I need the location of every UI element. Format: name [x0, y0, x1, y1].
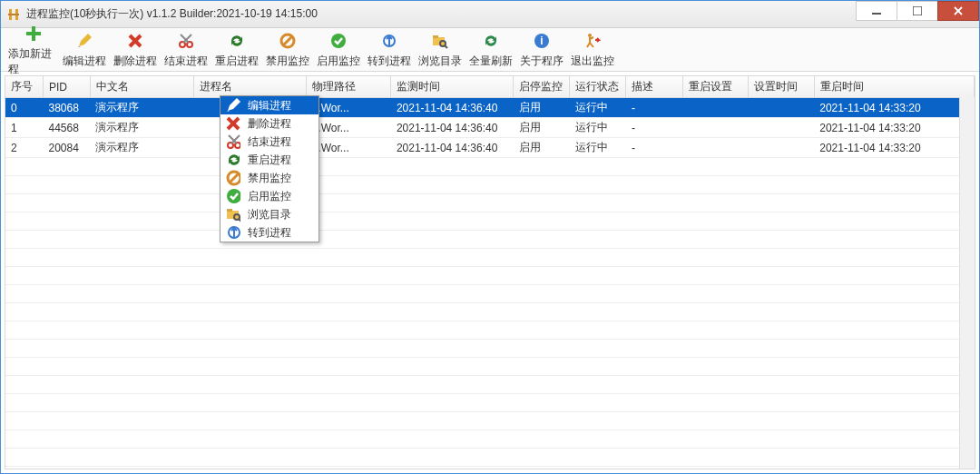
toolbar-item[interactable]: 删除进程 [110, 30, 161, 69]
column-header[interactable]: 重启时间 [814, 76, 974, 98]
empty-row [5, 249, 975, 267]
scissors-icon [175, 30, 197, 52]
window-title: 进程监控(10秒执行一次) v1.1.2 Builder:2021-10-19 … [26, 6, 318, 22]
context-menu-label: 转到进程 [248, 225, 291, 241]
svg-rect-4 [913, 6, 922, 15]
empty-row [5, 376, 975, 394]
column-header[interactable]: 设置时间 [749, 76, 815, 98]
column-header[interactable]: 运行状态 [570, 76, 626, 98]
toolbar-label: 结束进程 [164, 54, 208, 69]
column-header[interactable]: 进程名 [193, 76, 306, 98]
empty-row [5, 449, 975, 467]
context-menu-label: 浏览目录 [248, 207, 291, 222]
context-menu-label: 启用监控 [248, 189, 291, 204]
column-header[interactable]: 监测时间 [391, 76, 514, 98]
refresh-blue-icon [226, 153, 240, 167]
svg-marker-9 [79, 34, 92, 46]
cell-pause: 启用 [514, 98, 570, 118]
svg-marker-33 [228, 98, 240, 111]
empty-row [5, 212, 975, 231]
context-menu-item[interactable]: 结束进程 [220, 133, 318, 151]
context-menu-item[interactable]: 删除进程 [220, 114, 318, 133]
x-red-icon [226, 116, 240, 131]
column-header[interactable]: 物理路径 [307, 76, 391, 98]
toolbar-item[interactable]: 启用监控 [313, 30, 364, 69]
empty-row [5, 467, 975, 470]
context-menu-item[interactable]: 禁用监控 [220, 169, 318, 187]
context-menu-item[interactable]: 转到进程 [220, 223, 318, 242]
column-header[interactable]: 重启设置 [682, 76, 749, 98]
arrow-convert-icon [226, 225, 240, 240]
refresh-all-icon [480, 30, 502, 52]
table-row[interactable]: 144568演示程序...Wor...2021-11-04 14:36:40启用… [5, 118, 975, 138]
toolbar-label: 浏览目录 [418, 54, 462, 69]
toolbar-label: 启用监控 [317, 54, 360, 69]
column-header[interactable]: 启停监控 [514, 76, 570, 98]
context-menu-item[interactable]: 浏览目录 [220, 205, 318, 223]
close-button[interactable] [937, 1, 979, 21]
toolbar-item[interactable]: 全量刷新 [466, 30, 516, 69]
toolbar-item[interactable]: 添加新进程 [8, 23, 59, 77]
scissors-icon [226, 134, 240, 149]
toolbar-label: 重启进程 [215, 54, 259, 69]
process-table[interactable]: 序号PID中文名进程名物理路径监测时间启停监控运行状态描述重启设置设置时间重启时… [5, 76, 975, 469]
toolbar: 添加新进程编辑进程删除进程结束进程重启进程禁用监控启用监控转到进程浏览目录全量刷… [1, 28, 979, 72]
context-menu-label: 禁用监控 [248, 171, 291, 186]
folder-search-icon [429, 30, 451, 52]
toolbar-item[interactable]: i关于程序 [516, 30, 567, 69]
cell-rtime: 2021-11-04 14:33:20 [814, 98, 974, 118]
column-header[interactable]: 描述 [626, 76, 682, 98]
toolbar-label: 添加新进程 [8, 46, 59, 77]
cell-pid: 44568 [43, 118, 90, 138]
toolbar-item[interactable]: 结束进程 [161, 30, 211, 69]
empty-row [5, 412, 975, 430]
context-menu-item[interactable]: 启用监控 [220, 187, 318, 205]
maximize-button[interactable] [897, 1, 938, 21]
svg-rect-8 [26, 32, 41, 35]
context-menu-label: 删除进程 [248, 116, 291, 132]
toolbar-item[interactable]: 重启进程 [211, 30, 262, 69]
cell-status: 运行中 [570, 98, 626, 118]
titlebar[interactable]: 进程监控(10秒执行一次) v1.1.2 Builder:2021-10-19 … [1, 1, 979, 28]
toolbar-item[interactable]: 浏览目录 [415, 30, 466, 69]
cell-pid: 38068 [43, 98, 90, 118]
table-row[interactable]: 220084演示程序...Wor...2021-11-04 14:36:40启用… [5, 138, 975, 158]
svg-point-28 [588, 34, 592, 37]
toolbar-item[interactable]: 退出监控 [567, 30, 618, 69]
svg-line-32 [590, 43, 593, 47]
toolbar-item[interactable]: 转到进程 [364, 30, 415, 69]
minimize-button[interactable] [856, 1, 897, 21]
context-menu-item[interactable]: 重启进程 [220, 151, 318, 169]
toolbar-label: 编辑进程 [63, 54, 106, 69]
refresh-blue-icon [226, 30, 248, 52]
cell-rset [682, 98, 749, 118]
cell-seq: 1 [5, 118, 43, 138]
context-menu[interactable]: 编辑进程删除进程结束进程重启进程禁用监控启用监控浏览目录转到进程 [220, 95, 319, 242]
cell-cname: 演示程序 [90, 98, 193, 118]
table-header-row[interactable]: 序号PID中文名进程名物理路径监测时间启停监控运行状态描述重启设置设置时间重启时… [5, 76, 975, 98]
cell-rtime: 2021-11-04 14:33:20 [814, 118, 974, 138]
toolbar-item[interactable]: 禁用监控 [262, 30, 313, 69]
check-green-icon [328, 30, 349, 52]
vertical-scrollbar[interactable] [959, 97, 975, 469]
cell-seq: 2 [5, 138, 43, 158]
empty-row [5, 340, 975, 358]
column-header[interactable]: PID [43, 76, 90, 98]
toolbar-item[interactable]: 编辑进程 [59, 30, 110, 69]
cell-stime [749, 138, 815, 158]
svg-marker-10 [78, 46, 81, 47]
empty-row [5, 321, 975, 340]
cell-status: 运行中 [570, 118, 626, 138]
exit-run-icon [582, 30, 603, 52]
svg-marker-34 [227, 111, 230, 112]
empty-row [5, 394, 975, 412]
column-header[interactable]: 中文名 [90, 76, 193, 98]
empty-row [5, 158, 975, 176]
svg-rect-23 [433, 35, 438, 38]
column-header[interactable]: 序号 [5, 76, 43, 98]
context-menu-item[interactable]: 编辑进程 [220, 96, 318, 114]
empty-row [5, 430, 975, 449]
app-window: 进程监控(10秒执行一次) v1.1.2 Builder:2021-10-19 … [0, 0, 980, 474]
cell-mtime: 2021-11-04 14:36:40 [391, 98, 514, 118]
table-row[interactable]: 038068演示程序...Wor...2021-11-04 14:36:40启用… [5, 98, 975, 118]
